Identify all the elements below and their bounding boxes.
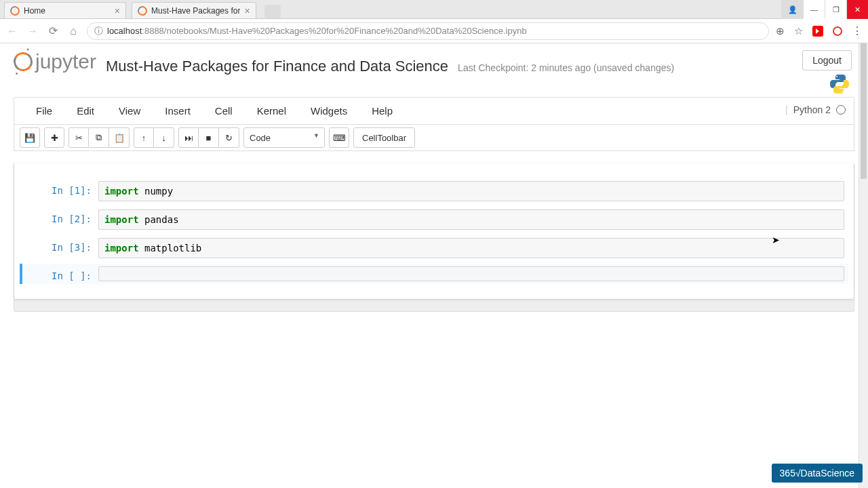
home-button[interactable]: ⌂ [66,25,80,37]
tab-title: Must-Have Packages for [151,6,240,16]
move-down-button[interactable]: ↓ [154,127,174,148]
cell-input[interactable]: import matplotlib [98,238,844,258]
menu-icon[interactable]: ⋮ [852,24,863,37]
menu-file[interactable]: File [24,105,64,117]
tab-close-icon[interactable]: × [244,5,250,16]
tab-title: Home [24,6,111,16]
forward-button[interactable]: → [26,25,39,37]
browser-tabbar: Home × Must-Have Packages for × [0,0,868,19]
browser-toolbar: ← → ⟳ ⌂ ⓘ localhost:8888/notebooks/Must-… [0,19,868,43]
kernel-indicator: | Python 2 [785,104,846,115]
cell-input[interactable] [98,266,844,281]
cell-prompt: In [ ]: [24,266,98,281]
cell-prompt: In [3]: [24,238,98,258]
notebook-background: In [1]: import numpy In [2]: import pand… [14,163,854,312]
bookmark-icon[interactable]: ☆ [794,25,803,37]
opera-ext-icon[interactable] [833,26,842,36]
new-tab-button[interactable] [264,5,281,18]
toolbar-right: ⊕ ☆ ⋮ [776,24,863,37]
insert-cell-button[interactable]: ✚ [44,127,64,148]
jupyter-header: jupyter Must-Have Packages for Finance a… [0,43,868,75]
interrupt-button[interactable]: ■ [199,127,219,148]
menu-view[interactable]: View [106,105,153,117]
code-cell[interactable]: In [1]: import numpy [20,178,848,204]
page-content: jupyter Must-Have Packages for Finance a… [0,43,868,488]
cell-input[interactable]: import pandas [98,209,844,230]
menubar-container: File Edit View Insert Cell Kernel Widget… [14,97,854,151]
jupyter-favicon-icon [8,4,21,17]
jupyter-logo-icon [12,50,35,73]
youtube-ext-icon[interactable] [812,26,823,37]
jupyter-logo-text: jupyter [35,50,96,73]
maximize-button[interactable]: ❐ [825,0,846,19]
kernel-name[interactable]: Python 2 [793,104,831,115]
toolbar: 💾 ✚ ✂ ⧉ 📋 ↑ ↓ ⏭ ■ ↻ Code ⌨ CellT [14,125,854,150]
cell-input[interactable]: import numpy [98,181,844,201]
checkpoint-status: Last Checkpoint: 2 minutes ago (unsaved … [458,62,674,73]
minimize-button[interactable]: — [803,0,825,19]
move-up-button[interactable]: ↑ [134,127,154,148]
command-palette-button[interactable]: ⌨ [329,127,349,148]
reload-button[interactable]: ⟳ [46,24,60,37]
address-bar[interactable]: ⓘ localhost:8888/notebooks/Must-Have%20P… [87,22,769,40]
restart-button[interactable]: ↻ [219,127,239,148]
window-controls: 👤 — ❐ ✕ [781,0,868,19]
tab-close-icon[interactable]: × [115,5,120,16]
python-logo-icon [829,73,850,97]
menu-widgets[interactable]: Widgets [298,105,359,117]
run-button[interactable]: ⏭ [178,127,199,148]
url-text: localhost:8888/notebooks/Must-Have%20Pac… [107,26,527,36]
code-cell[interactable]: In [3]: import matplotlib [20,235,848,261]
user-icon[interactable]: 👤 [781,0,803,19]
menu-help[interactable]: Help [359,105,405,117]
menu-edit[interactable]: Edit [64,105,106,117]
jupyter-logo[interactable]: jupyter [14,50,96,73]
menu-kernel[interactable]: Kernel [245,105,298,117]
save-button[interactable]: 💾 [20,127,40,148]
back-button[interactable]: ← [5,25,19,37]
jupyter-favicon-icon [136,4,149,17]
logout-button[interactable]: Logout [802,50,852,70]
cell-prompt: In [2]: [24,209,98,230]
vertical-scrollbar[interactable] [859,43,868,488]
browser-tab-home[interactable]: Home × [4,2,126,18]
browser-tab-notebook[interactable]: Must-Have Packages for × [132,2,256,18]
watermark-badge: 365√DataScience [772,464,863,483]
site-info-icon[interactable]: ⓘ [94,25,103,37]
menu-insert[interactable]: Insert [153,105,203,117]
notebook-title[interactable]: Must-Have Packages for Finance and Data … [106,58,448,75]
cut-button[interactable]: ✂ [68,127,89,148]
copy-button[interactable]: ⧉ [89,127,109,148]
code-cell[interactable]: In [2]: import pandas [20,207,848,232]
notebook: In [1]: import numpy In [2]: import pand… [14,163,854,299]
paste-button[interactable]: 📋 [109,127,130,148]
zoom-icon[interactable]: ⊕ [776,25,785,37]
menubar: File Edit View Insert Cell Kernel Widget… [14,98,854,125]
close-button[interactable]: ✕ [846,0,868,19]
cell-prompt: In [1]: [24,181,98,201]
kernel-status-icon [836,105,846,115]
code-cell-active[interactable]: In [ ]: [20,264,848,284]
menu-cell[interactable]: Cell [203,105,245,117]
celltoolbar-button[interactable]: CellToolbar [353,127,415,148]
cell-type-select[interactable]: Code [243,127,325,148]
